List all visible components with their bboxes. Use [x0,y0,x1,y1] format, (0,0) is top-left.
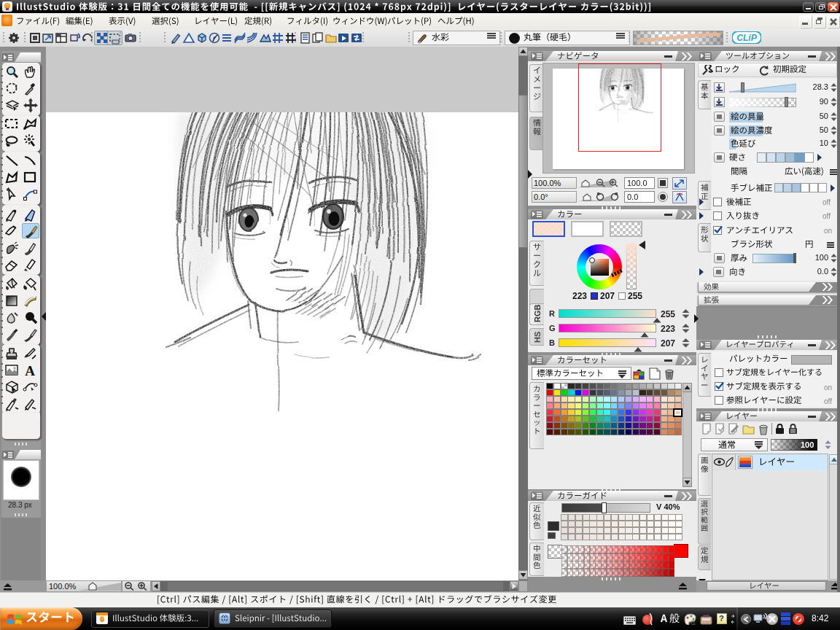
svg-text:A: A [25,363,35,378]
svg-text:CLiP: CLiP [736,33,757,43]
